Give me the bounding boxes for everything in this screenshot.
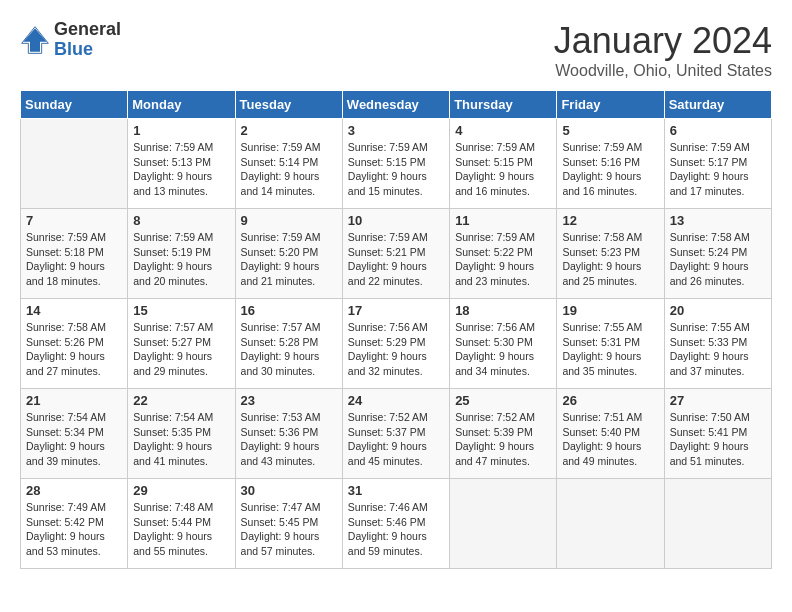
day-number: 15	[133, 303, 229, 318]
day-number: 29	[133, 483, 229, 498]
logo-icon	[20, 25, 50, 55]
header-cell-tuesday: Tuesday	[235, 91, 342, 119]
svg-marker-0	[23, 28, 46, 51]
day-info: Sunrise: 7:54 AMSunset: 5:34 PMDaylight:…	[26, 410, 122, 469]
day-number: 8	[133, 213, 229, 228]
day-number: 19	[562, 303, 658, 318]
day-info: Sunrise: 7:48 AMSunset: 5:44 PMDaylight:…	[133, 500, 229, 559]
header: General Blue January 2024 Woodville, Ohi…	[20, 20, 772, 80]
day-info: Sunrise: 7:58 AMSunset: 5:23 PMDaylight:…	[562, 230, 658, 289]
calendar-cell	[664, 479, 771, 569]
header-cell-sunday: Sunday	[21, 91, 128, 119]
day-number: 20	[670, 303, 766, 318]
calendar-cell: 16Sunrise: 7:57 AMSunset: 5:28 PMDayligh…	[235, 299, 342, 389]
day-number: 1	[133, 123, 229, 138]
day-info: Sunrise: 7:59 AMSunset: 5:14 PMDaylight:…	[241, 140, 337, 199]
calendar-cell: 13Sunrise: 7:58 AMSunset: 5:24 PMDayligh…	[664, 209, 771, 299]
day-number: 13	[670, 213, 766, 228]
week-row-1: 1Sunrise: 7:59 AMSunset: 5:13 PMDaylight…	[21, 119, 772, 209]
calendar-cell: 20Sunrise: 7:55 AMSunset: 5:33 PMDayligh…	[664, 299, 771, 389]
day-number: 10	[348, 213, 444, 228]
day-number: 5	[562, 123, 658, 138]
day-number: 9	[241, 213, 337, 228]
calendar-cell: 1Sunrise: 7:59 AMSunset: 5:13 PMDaylight…	[128, 119, 235, 209]
day-info: Sunrise: 7:59 AMSunset: 5:19 PMDaylight:…	[133, 230, 229, 289]
day-info: Sunrise: 7:59 AMSunset: 5:16 PMDaylight:…	[562, 140, 658, 199]
calendar-cell: 28Sunrise: 7:49 AMSunset: 5:42 PMDayligh…	[21, 479, 128, 569]
day-info: Sunrise: 7:46 AMSunset: 5:46 PMDaylight:…	[348, 500, 444, 559]
calendar-cell: 12Sunrise: 7:58 AMSunset: 5:23 PMDayligh…	[557, 209, 664, 299]
title-area: January 2024 Woodville, Ohio, United Sta…	[554, 20, 772, 80]
week-row-2: 7Sunrise: 7:59 AMSunset: 5:18 PMDaylight…	[21, 209, 772, 299]
calendar-cell: 23Sunrise: 7:53 AMSunset: 5:36 PMDayligh…	[235, 389, 342, 479]
day-number: 4	[455, 123, 551, 138]
day-info: Sunrise: 7:59 AMSunset: 5:21 PMDaylight:…	[348, 230, 444, 289]
day-info: Sunrise: 7:56 AMSunset: 5:29 PMDaylight:…	[348, 320, 444, 379]
day-number: 31	[348, 483, 444, 498]
calendar-cell: 14Sunrise: 7:58 AMSunset: 5:26 PMDayligh…	[21, 299, 128, 389]
day-info: Sunrise: 7:57 AMSunset: 5:27 PMDaylight:…	[133, 320, 229, 379]
day-number: 23	[241, 393, 337, 408]
day-number: 14	[26, 303, 122, 318]
day-number: 7	[26, 213, 122, 228]
week-row-5: 28Sunrise: 7:49 AMSunset: 5:42 PMDayligh…	[21, 479, 772, 569]
calendar-cell: 4Sunrise: 7:59 AMSunset: 5:15 PMDaylight…	[450, 119, 557, 209]
calendar-cell	[450, 479, 557, 569]
logo-blue: Blue	[54, 40, 121, 60]
calendar-cell: 10Sunrise: 7:59 AMSunset: 5:21 PMDayligh…	[342, 209, 449, 299]
calendar-table: SundayMondayTuesdayWednesdayThursdayFrid…	[20, 90, 772, 569]
day-number: 17	[348, 303, 444, 318]
day-info: Sunrise: 7:58 AMSunset: 5:24 PMDaylight:…	[670, 230, 766, 289]
day-info: Sunrise: 7:52 AMSunset: 5:37 PMDaylight:…	[348, 410, 444, 469]
header-row: SundayMondayTuesdayWednesdayThursdayFrid…	[21, 91, 772, 119]
day-info: Sunrise: 7:57 AMSunset: 5:28 PMDaylight:…	[241, 320, 337, 379]
calendar-cell: 30Sunrise: 7:47 AMSunset: 5:45 PMDayligh…	[235, 479, 342, 569]
day-number: 26	[562, 393, 658, 408]
calendar-cell: 6Sunrise: 7:59 AMSunset: 5:17 PMDaylight…	[664, 119, 771, 209]
day-number: 22	[133, 393, 229, 408]
calendar-cell	[21, 119, 128, 209]
logo-general: General	[54, 20, 121, 40]
calendar-title: January 2024	[554, 20, 772, 62]
day-info: Sunrise: 7:56 AMSunset: 5:30 PMDaylight:…	[455, 320, 551, 379]
day-info: Sunrise: 7:59 AMSunset: 5:17 PMDaylight:…	[670, 140, 766, 199]
calendar-cell: 24Sunrise: 7:52 AMSunset: 5:37 PMDayligh…	[342, 389, 449, 479]
calendar-cell: 29Sunrise: 7:48 AMSunset: 5:44 PMDayligh…	[128, 479, 235, 569]
week-row-4: 21Sunrise: 7:54 AMSunset: 5:34 PMDayligh…	[21, 389, 772, 479]
calendar-cell: 19Sunrise: 7:55 AMSunset: 5:31 PMDayligh…	[557, 299, 664, 389]
calendar-cell: 27Sunrise: 7:50 AMSunset: 5:41 PMDayligh…	[664, 389, 771, 479]
day-number: 28	[26, 483, 122, 498]
day-info: Sunrise: 7:53 AMSunset: 5:36 PMDaylight:…	[241, 410, 337, 469]
calendar-cell: 22Sunrise: 7:54 AMSunset: 5:35 PMDayligh…	[128, 389, 235, 479]
day-number: 12	[562, 213, 658, 228]
calendar-cell: 17Sunrise: 7:56 AMSunset: 5:29 PMDayligh…	[342, 299, 449, 389]
day-info: Sunrise: 7:55 AMSunset: 5:31 PMDaylight:…	[562, 320, 658, 379]
logo-text: General Blue	[54, 20, 121, 60]
day-info: Sunrise: 7:47 AMSunset: 5:45 PMDaylight:…	[241, 500, 337, 559]
calendar-cell: 25Sunrise: 7:52 AMSunset: 5:39 PMDayligh…	[450, 389, 557, 479]
calendar-cell: 15Sunrise: 7:57 AMSunset: 5:27 PMDayligh…	[128, 299, 235, 389]
day-number: 25	[455, 393, 551, 408]
calendar-cell	[557, 479, 664, 569]
day-info: Sunrise: 7:59 AMSunset: 5:20 PMDaylight:…	[241, 230, 337, 289]
day-info: Sunrise: 7:52 AMSunset: 5:39 PMDaylight:…	[455, 410, 551, 469]
day-number: 24	[348, 393, 444, 408]
header-cell-friday: Friday	[557, 91, 664, 119]
day-info: Sunrise: 7:59 AMSunset: 5:18 PMDaylight:…	[26, 230, 122, 289]
week-row-3: 14Sunrise: 7:58 AMSunset: 5:26 PMDayligh…	[21, 299, 772, 389]
day-info: Sunrise: 7:54 AMSunset: 5:35 PMDaylight:…	[133, 410, 229, 469]
calendar-cell: 7Sunrise: 7:59 AMSunset: 5:18 PMDaylight…	[21, 209, 128, 299]
day-number: 16	[241, 303, 337, 318]
header-cell-wednesday: Wednesday	[342, 91, 449, 119]
calendar-cell: 31Sunrise: 7:46 AMSunset: 5:46 PMDayligh…	[342, 479, 449, 569]
calendar-cell: 5Sunrise: 7:59 AMSunset: 5:16 PMDaylight…	[557, 119, 664, 209]
calendar-cell: 3Sunrise: 7:59 AMSunset: 5:15 PMDaylight…	[342, 119, 449, 209]
day-number: 11	[455, 213, 551, 228]
day-number: 21	[26, 393, 122, 408]
header-cell-monday: Monday	[128, 91, 235, 119]
day-info: Sunrise: 7:59 AMSunset: 5:15 PMDaylight:…	[348, 140, 444, 199]
calendar-cell: 2Sunrise: 7:59 AMSunset: 5:14 PMDaylight…	[235, 119, 342, 209]
calendar-cell: 11Sunrise: 7:59 AMSunset: 5:22 PMDayligh…	[450, 209, 557, 299]
day-info: Sunrise: 7:49 AMSunset: 5:42 PMDaylight:…	[26, 500, 122, 559]
day-number: 27	[670, 393, 766, 408]
